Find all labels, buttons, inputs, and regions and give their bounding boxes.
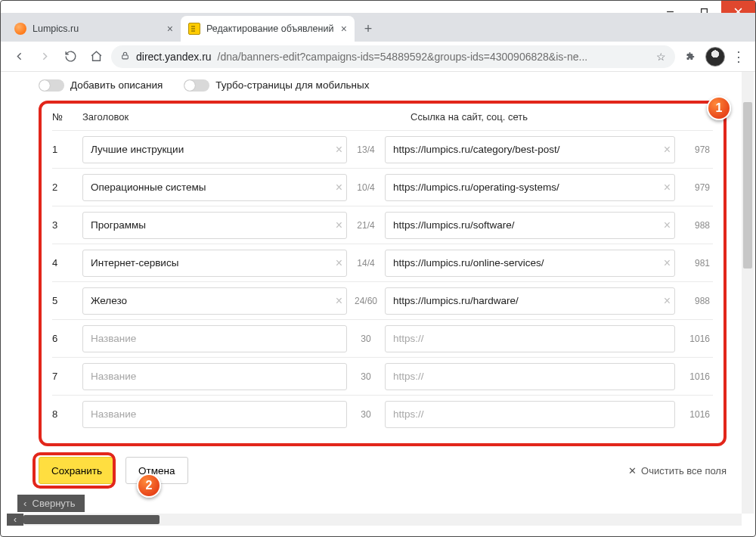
title-cell: × [82, 287, 347, 315]
link-input[interactable] [385, 401, 675, 428]
link-input[interactable] [385, 174, 675, 201]
col-number: № [52, 111, 82, 123]
clear-all-link[interactable]: ✕ Очистить все поля [628, 465, 727, 476]
svg-rect-4 [122, 54, 129, 58]
profile-avatar[interactable] [705, 47, 725, 67]
title-cell: × [82, 174, 347, 201]
link-cell: × [385, 136, 675, 163]
url-host: direct.yandex.ru [136, 51, 212, 63]
bookmark-icon[interactable]: ☆ [656, 51, 666, 63]
lock-icon [120, 51, 130, 63]
clear-icon[interactable]: × [336, 257, 342, 269]
extensions-icon[interactable] [680, 46, 701, 67]
link-cell: × [385, 250, 675, 277]
toggle-label: Турбо-страницы для мобильных [215, 79, 369, 91]
title-input[interactable] [82, 287, 347, 315]
link-counter: 1016 [675, 409, 713, 420]
title-counter: 24/60 [347, 296, 385, 306]
clear-icon[interactable]: × [664, 219, 671, 231]
row-number: 4 [52, 257, 82, 268]
title-cell: × [82, 250, 347, 277]
table-row: 4×14/4×981 [52, 244, 713, 281]
link-input[interactable] [385, 363, 675, 390]
sitelinks-table-highlight: 1 № Заголовок Ссылка на сайт, соц. сеть … [39, 101, 727, 446]
title-cell [82, 363, 347, 390]
home-button[interactable] [85, 46, 107, 67]
table-row: 2×10/4×979 [52, 168, 713, 206]
link-cell [385, 325, 675, 352]
toggle-descriptions[interactable]: Добавить описания [39, 79, 163, 92]
table-header: № Заголовок Ссылка на сайт, соц. сеть [52, 110, 713, 130]
title-input[interactable] [82, 250, 347, 277]
collapse-label: Свернуть [33, 498, 76, 509]
clear-icon[interactable]: × [664, 144, 671, 156]
scroll-left-icon[interactable]: ‹ [7, 514, 23, 526]
clear-icon[interactable]: × [336, 295, 342, 307]
title-cell [82, 401, 347, 428]
table-row: 8301016 [52, 395, 713, 433]
scrollbar-thumb[interactable] [23, 515, 160, 524]
clear-all-label: Очистить все поля [641, 465, 727, 476]
back-button[interactable] [8, 46, 29, 67]
title-input[interactable] [82, 325, 347, 352]
link-cell: × [385, 287, 675, 315]
horizontal-scrollbar[interactable]: ‹ [23, 514, 742, 526]
clear-icon[interactable]: × [664, 182, 671, 194]
reload-button[interactable] [60, 46, 81, 67]
collapse-bar[interactable]: ‹ Свернуть [17, 495, 85, 512]
link-counter: 988 [675, 296, 713, 306]
vertical-scrollbar[interactable] [742, 72, 754, 514]
close-tab-icon[interactable]: × [167, 23, 173, 35]
link-input[interactable] [385, 136, 675, 163]
close-tab-icon[interactable]: × [341, 23, 347, 35]
title-cell: × [82, 212, 347, 239]
link-input[interactable] [385, 325, 675, 352]
title-input[interactable] [82, 136, 347, 163]
clear-icon[interactable]: × [664, 295, 671, 307]
annotation-badge-2: 2 [137, 473, 161, 498]
address-bar[interactable]: direct.yandex.ru/dna/banners-edit?campai… [111, 45, 675, 68]
toggle-turbo[interactable]: Турбо-страницы для мобильных [184, 79, 369, 92]
link-counter: 1016 [675, 334, 713, 344]
clear-icon[interactable]: × [336, 182, 342, 194]
col-link: Ссылка на сайт, соц. сеть [377, 111, 713, 123]
clear-icon[interactable]: × [664, 257, 671, 269]
save-button[interactable]: Сохранить [39, 457, 115, 484]
toggle-icon [39, 79, 64, 92]
title-input[interactable] [82, 401, 347, 428]
row-number: 1 [52, 144, 82, 155]
kebab-menu-icon[interactable]: ⋮ [730, 48, 748, 65]
title-counter: 21/4 [347, 220, 385, 231]
row-number: 7 [52, 371, 82, 382]
title-input[interactable] [82, 212, 347, 239]
link-cell [385, 363, 675, 390]
link-input[interactable] [385, 287, 675, 315]
app-frame: Lumpics.ru × Редактирование объявлений ×… [0, 0, 756, 537]
link-cell: × [385, 174, 675, 201]
title-input[interactable] [82, 174, 347, 201]
link-counter: 1016 [675, 371, 713, 382]
title-counter: 13/4 [347, 144, 385, 155]
link-input[interactable] [385, 212, 675, 239]
favicon-icon [14, 23, 26, 35]
link-input[interactable] [385, 250, 675, 277]
title-cell: × [82, 136, 347, 163]
new-tab-button[interactable]: + [358, 18, 379, 39]
link-counter: 978 [675, 144, 713, 155]
tab-edit-ads[interactable]: Редактирование объявлений × [181, 16, 355, 42]
favicon-icon [188, 23, 200, 35]
title-counter: 10/4 [347, 182, 385, 193]
tab-title: Lumpics.ru [33, 23, 79, 34]
forward-button[interactable] [34, 46, 55, 67]
row-number: 5 [52, 295, 82, 306]
title-counter: 30 [347, 409, 385, 420]
browser-toolbar: direct.yandex.ru/dna/banners-edit?campai… [1, 42, 755, 72]
scrollbar-thumb[interactable] [743, 102, 752, 268]
clear-icon[interactable]: × [336, 144, 342, 156]
link-cell [385, 401, 675, 428]
link-counter: 981 [675, 258, 713, 268]
toggle-icon [184, 79, 209, 92]
tab-lumpics[interactable]: Lumpics.ru × [7, 16, 181, 42]
clear-icon[interactable]: × [336, 219, 342, 231]
title-input[interactable] [82, 363, 347, 390]
